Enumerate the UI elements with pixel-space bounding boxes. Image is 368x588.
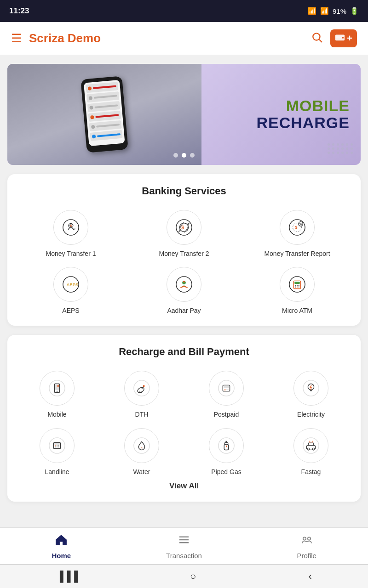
dth-label: DTH — [135, 410, 149, 418]
aadhar-pay-icon — [167, 267, 201, 302]
svg-point-55 — [58, 446, 59, 447]
water-label: Water — [133, 468, 150, 476]
system-back-button[interactable]: ‹ — [309, 571, 312, 582]
banner-text-area: MOBILE RECHARGE — [201, 97, 361, 132]
svg-line-1 — [319, 39, 322, 42]
money-transfer-2-icon: $ — [167, 210, 201, 245]
dth-icon — [124, 371, 159, 406]
main-content: MOBILE RECHARGE Banking Services — [0, 55, 368, 584]
svg-point-58 — [218, 437, 234, 453]
svg-rect-64 — [307, 446, 316, 449]
service-postpaid[interactable]: Postpaid — [186, 371, 267, 418]
money-transfer-report-label: Money Transfer Report — [264, 249, 330, 258]
service-electricity[interactable]: Electricity — [270, 371, 351, 418]
banner[interactable]: MOBILE RECHARGE — [7, 64, 361, 165]
banner-dot-1[interactable] — [173, 153, 178, 158]
header: ☰ Scriza Demo + — [0, 22, 368, 55]
service-money-transfer-1[interactable]: Money Transfer 1 — [17, 210, 125, 258]
banner-dot-2[interactable] — [182, 153, 186, 158]
svg-point-24 — [295, 285, 296, 286]
service-dth[interactable]: DTH — [101, 371, 182, 418]
svg-point-25 — [297, 285, 298, 286]
service-landline[interactable]: Landline — [17, 428, 98, 476]
status-time: 11:23 — [9, 6, 29, 16]
status-bar: 11:23 📶 📶 91% 🔋 — [0, 0, 368, 22]
mobile-label: Mobile — [47, 410, 66, 418]
home-icon — [54, 533, 68, 550]
postpaid-icon — [209, 371, 244, 406]
header-right: + — [311, 29, 357, 47]
svg-point-5 — [63, 220, 79, 235]
banner-dot-3[interactable] — [190, 153, 195, 158]
svg-point-26 — [299, 285, 299, 286]
svg-point-20 — [183, 281, 185, 283]
aeps-label: AEPS — [62, 306, 79, 315]
service-aeps[interactable]: AEPS AEPS — [17, 267, 125, 315]
mobile-icon — [40, 371, 75, 406]
svg-point-70 — [303, 537, 306, 540]
service-micro-atm[interactable]: Micro ATM — [243, 267, 351, 315]
nav-home-label: Home — [52, 552, 71, 560]
svg-point-51 — [57, 445, 58, 446]
service-money-transfer-2[interactable]: $ Money Transfer 2 — [130, 210, 238, 258]
header-left: ☰ Scriza Demo — [11, 31, 101, 45]
service-water[interactable]: Water — [101, 428, 182, 476]
service-mobile[interactable]: Mobile — [17, 371, 98, 418]
svg-point-38 — [143, 385, 145, 387]
system-home-button[interactable]: ○ — [190, 571, 196, 582]
phone-mockup — [80, 76, 128, 153]
banking-section-title: Banking Services — [17, 185, 351, 197]
money-transfer-report-icon: $ % — [280, 210, 315, 245]
wallet-button[interactable]: + — [330, 29, 357, 47]
svg-text:%: % — [299, 222, 303, 226]
profile-icon — [300, 533, 314, 550]
micro-atm-icon — [280, 267, 315, 302]
nav-transaction[interactable]: Transaction — [123, 533, 246, 560]
svg-point-71 — [308, 537, 310, 540]
banner-phone-area — [7, 64, 201, 165]
micro-atm-label: Micro ATM — [282, 306, 312, 315]
svg-rect-23 — [294, 282, 299, 284]
landline-label: Landline — [45, 468, 69, 476]
service-aadhar-pay[interactable]: Aadhar Pay — [130, 267, 238, 315]
search-button[interactable] — [311, 31, 323, 46]
aeps-icon: AEPS — [53, 267, 88, 302]
banner-decorative-dots — [328, 143, 353, 154]
svg-point-54 — [57, 446, 58, 447]
banner-text-recharge: RECHARGE — [256, 114, 350, 131]
postpaid-label: Postpaid — [214, 410, 239, 418]
wallet-icon — [335, 32, 345, 45]
banking-services-grid: Money Transfer 1 $ Money Transfer 2 — [17, 210, 351, 315]
phone-screen — [84, 80, 125, 146]
service-piped-gas[interactable]: Piped Gas — [186, 428, 267, 476]
svg-point-0 — [313, 33, 320, 40]
nav-home[interactable]: Home — [0, 533, 123, 560]
signal-icon: 📶 — [320, 7, 329, 15]
svg-point-28 — [297, 287, 298, 288]
electricity-icon — [293, 371, 328, 406]
menu-button[interactable]: ☰ — [11, 31, 22, 45]
banking-services-section: Banking Services Money Transfer 1 — [7, 174, 361, 326]
svg-point-29 — [299, 287, 299, 288]
money-transfer-1-label: Money Transfer 1 — [46, 249, 96, 258]
svg-point-27 — [295, 287, 296, 288]
svg-point-21 — [289, 277, 305, 292]
svg-point-53 — [55, 446, 56, 447]
app-title: Scriza Demo — [29, 31, 101, 45]
electricity-label: Electricity — [297, 410, 325, 418]
status-right: 📶 📶 91% 🔋 — [308, 7, 359, 15]
service-money-transfer-report[interactable]: $ % Money Transfer Report — [243, 210, 351, 258]
aadhar-pay-label: Aadhar Pay — [167, 306, 201, 315]
wifi-icon: 📶 — [308, 7, 316, 15]
fastag-label: Fastag — [301, 468, 321, 476]
service-fastag[interactable]: Fastag — [270, 428, 351, 476]
money-transfer-2-label: Money Transfer 2 — [159, 249, 209, 258]
nav-profile[interactable]: Profile — [245, 533, 368, 560]
svg-rect-56 — [54, 443, 59, 444]
recharge-section-title: Recharge and Bill Payment — [17, 346, 351, 358]
piped-gas-icon — [209, 428, 244, 463]
view-all-button[interactable]: View All — [17, 476, 351, 491]
water-icon — [124, 428, 159, 463]
svg-point-52 — [58, 445, 59, 446]
system-recents-button[interactable]: ▐▐▐ — [56, 571, 78, 582]
